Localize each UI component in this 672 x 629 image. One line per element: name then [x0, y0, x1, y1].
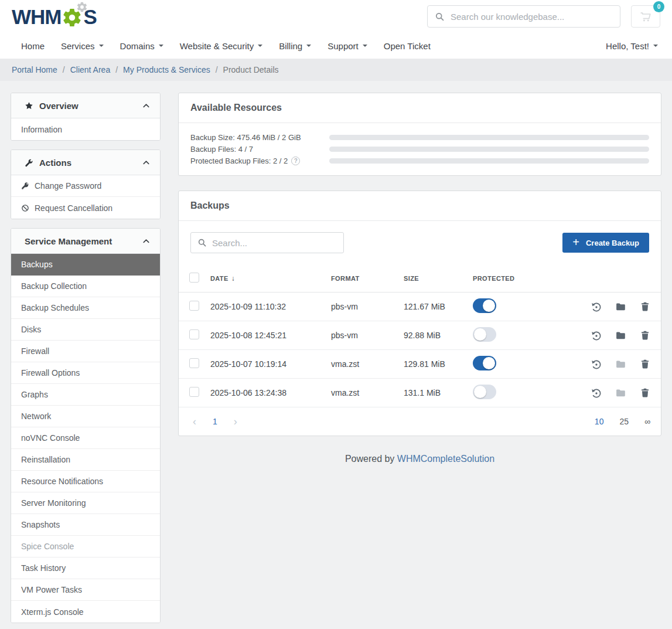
star-icon: [25, 101, 33, 110]
sidebar-item-novnc-console[interactable]: noVNC Console: [11, 427, 160, 449]
nav-item-services[interactable]: Services: [53, 33, 112, 59]
nav-item-support[interactable]: Support: [319, 33, 376, 59]
resource-row: Protected Backup Files: 2 / 2?: [190, 155, 649, 166]
chevron-up-icon: [142, 237, 151, 246]
backup-format: vma.zst: [331, 359, 404, 369]
chevron-down-icon: [99, 45, 104, 47]
restore-icon[interactable]: [591, 330, 602, 341]
breadcrumb-client-area[interactable]: Client Area: [70, 65, 110, 74]
protected-toggle[interactable]: [473, 356, 496, 370]
sidebar-item-network[interactable]: Network: [11, 406, 160, 427]
backups-search-input[interactable]: [212, 238, 337, 248]
protected-toggle[interactable]: [473, 327, 496, 342]
column-header-date[interactable]: Date↓: [210, 274, 331, 283]
search-icon: [197, 238, 207, 247]
folder-icon[interactable]: [615, 387, 626, 399]
knowledgebase-search-input[interactable]: [451, 12, 613, 22]
create-backup-button[interactable]: + Create Backup: [562, 233, 649, 253]
whmcs-logo[interactable]: WHM S: [12, 6, 97, 27]
footer: Powered by WHMCompleteSolution: [178, 454, 661, 464]
service-management-panel: Service Management Backups Backup Collec…: [11, 228, 161, 623]
sidebar-item-firewall[interactable]: Firewall: [11, 341, 160, 362]
available-resources-title: Available Resources: [179, 93, 661, 123]
overview-panel-header[interactable]: Overview: [11, 93, 160, 118]
sidebar-item-server-monitoring[interactable]: Server Monitoring: [11, 492, 160, 514]
actions-panel: Actions Change Password Request Cancella…: [11, 149, 161, 219]
resource-row: Backup Files: 4 / 7: [190, 143, 649, 155]
current-page[interactable]: 1: [213, 417, 217, 426]
logo-text-whm: WHM: [12, 6, 61, 27]
sidebar-item-resource-notifications[interactable]: Resource Notifications: [11, 471, 160, 492]
service-management-panel-header[interactable]: Service Management: [11, 229, 160, 254]
protected-toggle[interactable]: [473, 385, 496, 399]
row-checkbox[interactable]: [189, 387, 199, 397]
sidebar-item-firewall-options[interactable]: Firewall Options: [11, 362, 160, 384]
column-header-protected[interactable]: Protected: [473, 275, 567, 282]
cart-button[interactable]: 0: [631, 5, 660, 28]
actions-panel-header[interactable]: Actions: [11, 150, 160, 175]
row-checkbox[interactable]: [189, 301, 199, 311]
help-icon[interactable]: ?: [291, 157, 300, 165]
trash-icon[interactable]: [640, 359, 650, 369]
next-page-icon[interactable]: ›: [230, 416, 241, 427]
backups-toolbar: + Create Backup: [179, 221, 661, 264]
sidebar-item-backups[interactable]: Backups: [11, 254, 160, 276]
row-checkbox[interactable]: [189, 358, 199, 368]
folder-icon[interactable]: [615, 359, 626, 370]
knowledgebase-search: [427, 5, 620, 28]
sidebar-item-request-cancellation[interactable]: Request Cancellation: [11, 197, 160, 219]
whmcompletesolution-link[interactable]: WHMCompleteSolution: [397, 454, 494, 464]
breadcrumb-product-details: Product Details: [223, 65, 279, 74]
breadcrumb: Portal Home/Client Area/My Products & Se…: [0, 59, 672, 81]
breadcrumb-my-products-services[interactable]: My Products & Services: [123, 65, 210, 74]
ban-icon: [21, 204, 29, 212]
breadcrumb-separator: /: [115, 65, 118, 74]
overview-panel: Overview Information: [11, 93, 161, 141]
sidebar-item-backup-schedules[interactable]: Backup Schedules: [11, 297, 160, 319]
main-navigation: Home Services Domains Website & Security…: [0, 33, 672, 59]
restore-icon[interactable]: [591, 387, 602, 399]
prev-page-icon[interactable]: ‹: [189, 416, 200, 427]
sidebar-item-vm-power-tasks[interactable]: VM Power Tasks: [11, 579, 160, 601]
nav-item-billing[interactable]: Billing: [271, 33, 319, 59]
sidebar-item-task-history[interactable]: Task History: [11, 557, 160, 579]
restore-icon[interactable]: [591, 301, 602, 312]
nav-item-open-ticket[interactable]: Open Ticket: [376, 33, 439, 59]
sidebar-item-backup-collection[interactable]: Backup Collection: [11, 276, 160, 297]
sidebar-item-spice-console[interactable]: Spice Console: [11, 536, 160, 557]
row-checkbox[interactable]: [189, 329, 199, 339]
nav-item-home[interactable]: Home: [12, 33, 53, 59]
trash-icon[interactable]: [640, 330, 650, 341]
column-header-size[interactable]: Size: [404, 275, 473, 282]
folder-icon[interactable]: [615, 330, 626, 341]
account-menu[interactable]: Hello, Test!: [606, 41, 660, 51]
column-header-format[interactable]: Format: [331, 275, 404, 282]
page-size-10[interactable]: 10: [595, 417, 604, 426]
sidebar-item-disks[interactable]: Disks: [11, 319, 160, 341]
cart-count-badge: 0: [653, 1, 664, 12]
resource-row: Backup Size: 475.46 MiB / 2 GiB: [190, 131, 649, 143]
folder-icon[interactable]: [615, 301, 626, 312]
sidebar-item-graphs[interactable]: Graphs: [11, 384, 160, 406]
trash-icon[interactable]: [640, 387, 650, 398]
sidebar-item-information[interactable]: Information: [11, 118, 160, 140]
sidebar-item-reinstallation[interactable]: Reinstallation: [11, 449, 160, 471]
sort-desc-icon: ↓: [231, 274, 235, 283]
backup-size: 121.67 MiB: [404, 302, 473, 311]
backups-search: [190, 232, 344, 253]
nav-item-domains[interactable]: Domains: [112, 33, 172, 59]
trash-icon[interactable]: [640, 301, 650, 312]
select-all-checkbox[interactable]: [189, 273, 199, 283]
protected-toggle[interactable]: [473, 298, 496, 313]
nav-item-website-security[interactable]: Website & Security: [172, 33, 271, 59]
sidebar-item-snapshots[interactable]: Snapshots: [11, 514, 160, 536]
backup-size: 131.1 MiB: [404, 388, 473, 397]
powered-by-text: Powered by: [345, 454, 395, 464]
breadcrumb-portal-home[interactable]: Portal Home: [12, 65, 57, 74]
sidebar-item-change-password[interactable]: Change Password: [11, 175, 160, 197]
page-size-∞[interactable]: ∞: [644, 417, 650, 426]
table-row: 2025-10-07 10:19:14 vma.zst 129.81 MiB: [179, 350, 661, 379]
sidebar-item-xterm-js-console[interactable]: Xterm.js Console: [11, 601, 160, 623]
restore-icon[interactable]: [591, 359, 602, 370]
page-size-25[interactable]: 25: [619, 417, 629, 426]
